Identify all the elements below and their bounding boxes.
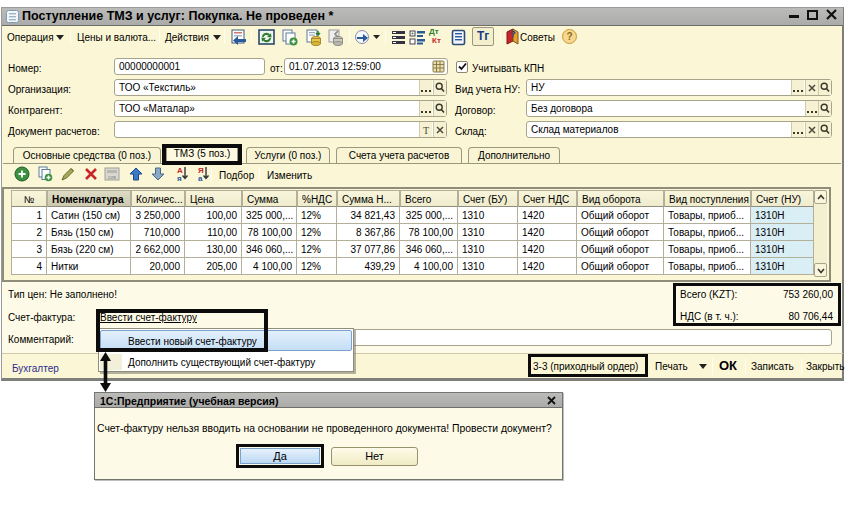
svg-text:сов: сов [108, 174, 116, 180]
svg-text:а: а [198, 174, 203, 182]
svg-text:я: я [177, 174, 182, 182]
svg-text:?: ? [566, 31, 572, 42]
svg-text:?: ? [510, 29, 516, 39]
